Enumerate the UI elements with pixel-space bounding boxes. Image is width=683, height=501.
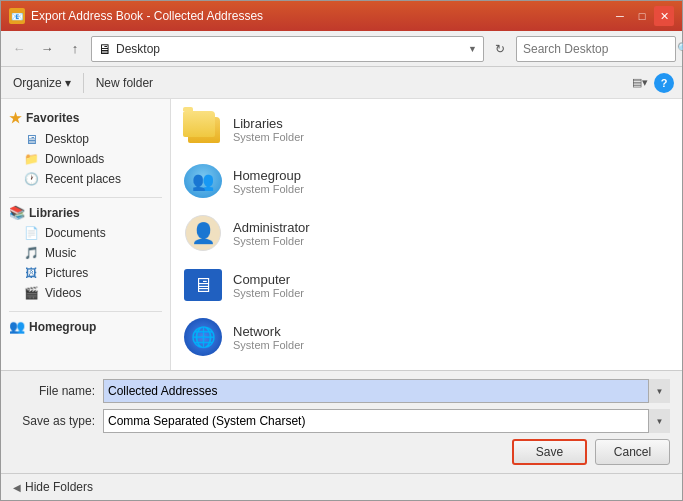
save-button[interactable]: Save [512, 439, 587, 465]
close-button[interactable]: ✕ [654, 6, 674, 26]
address-bar[interactable]: 🖥 ▼ [91, 36, 484, 62]
hide-folders-bar: ◀ Hide Folders [1, 473, 682, 500]
sidebar-item-documents[interactable]: 📄 Documents [1, 223, 170, 243]
app-icon: 📧 [9, 8, 25, 24]
hide-folders-button[interactable]: ◀ Hide Folders [9, 478, 97, 496]
maximize-button[interactable]: □ [632, 6, 652, 26]
search-icon[interactable]: 🔍 [677, 42, 683, 55]
downloads-icon: 📁 [23, 151, 39, 167]
sidebar-pictures-label: Pictures [45, 266, 88, 280]
administrator-name: Administrator [233, 220, 310, 235]
window-controls: ─ □ ✕ [610, 6, 674, 26]
network-name: Network [233, 324, 304, 339]
file-item-computer[interactable]: 🖥 Computer System Folder [171, 259, 682, 311]
homegroup-header[interactable]: 👥 Homegroup [1, 316, 170, 337]
save-type-label: Save as type: [13, 414, 103, 428]
sidebar-desktop-label: Desktop [45, 132, 89, 146]
window-title: Export Address Book - Collected Addresse… [31, 9, 263, 23]
hide-folders-chevron: ◀ [13, 482, 21, 493]
sidebar-item-downloads[interactable]: 📁 Downloads [1, 149, 170, 169]
view-buttons: ▤ ▾ ? [628, 71, 674, 95]
search-box: 🔍 [516, 36, 676, 62]
sidebar-separator [9, 197, 162, 198]
file-name-dropdown-arrow[interactable]: ▼ [648, 379, 670, 403]
title-bar: 📧 Export Address Book - Collected Addres… [1, 1, 682, 31]
forward-button[interactable]: → [35, 37, 59, 61]
save-type-row: Save as type: Comma Separated (System Ch… [13, 409, 670, 433]
bottom-section: File name: ▼ Save as type: Comma Separat… [1, 370, 682, 473]
libraries-file-icon [183, 109, 223, 149]
computer-info: Computer System Folder [233, 272, 304, 299]
nav-bar: ← → ↑ 🖥 ▼ ↻ 🔍 [1, 31, 682, 67]
computer-name: Computer [233, 272, 304, 287]
cancel-button[interactable]: Cancel [595, 439, 670, 465]
sidebar-videos-label: Videos [45, 286, 81, 300]
administrator-file-icon: 👤 [183, 213, 223, 253]
favorites-header[interactable]: ★ Favorites [1, 107, 170, 129]
new-folder-label: New folder [96, 76, 153, 90]
up-button[interactable]: ↑ [63, 37, 87, 61]
music-icon: 🎵 [23, 245, 39, 261]
homegroup-label: Homegroup [29, 320, 96, 334]
desktop-icon: 🖥 [23, 131, 39, 147]
network-file-icon: 🌐 [183, 317, 223, 357]
sidebar-downloads-label: Downloads [45, 152, 104, 166]
organize-label: Organize [13, 76, 62, 90]
pictures-icon: 🖼 [23, 265, 39, 281]
sidebar-item-pictures[interactable]: 🖼 Pictures [1, 263, 170, 283]
view-arrow: ▾ [642, 76, 648, 89]
refresh-button[interactable]: ↻ [488, 37, 512, 61]
new-folder-button[interactable]: New folder [92, 71, 157, 95]
homegroup-name: Homegroup [233, 168, 304, 183]
file-name-label: File name: [13, 384, 103, 398]
libraries-type: System Folder [233, 131, 304, 143]
sidebar-separator-2 [9, 311, 162, 312]
libraries-name: Libraries [233, 116, 304, 131]
sidebar-recent-label: Recent places [45, 172, 121, 186]
save-type-select[interactable]: Comma Separated (System Charset) Tab Sep… [103, 409, 670, 433]
sidebar-item-videos[interactable]: 🎬 Videos [1, 283, 170, 303]
address-dropdown-arrow[interactable]: ▼ [468, 44, 477, 54]
file-name-input[interactable] [103, 379, 670, 403]
file-name-input-wrapper: ▼ [103, 379, 670, 403]
favorites-section: ★ Favorites 🖥 Desktop 📁 Downloads [1, 107, 170, 189]
separator [83, 73, 84, 93]
homegroup-info: Homegroup System Folder [233, 168, 304, 195]
search-input[interactable] [523, 42, 673, 56]
address-icon: 🖥 [98, 41, 112, 57]
minimize-button[interactable]: ─ [610, 6, 630, 26]
sidebar-item-desktop[interactable]: 🖥 Desktop [1, 129, 170, 149]
computer-type: System Folder [233, 287, 304, 299]
favorites-label: Favorites [26, 111, 79, 125]
button-row: Save Cancel [13, 439, 670, 465]
homegroup-file-icon: 👥 [183, 161, 223, 201]
main-content: ★ Favorites 🖥 Desktop 📁 Downloads [1, 99, 682, 370]
view-mode-button[interactable]: ▤ ▾ [628, 71, 652, 95]
libraries-section: 📚 Libraries 📄 Documents 🎵 Music [1, 202, 170, 303]
save-type-select-wrapper: Comma Separated (System Charset) Tab Sep… [103, 409, 670, 433]
sidebar-item-recent-places[interactable]: 🕐 Recent places [1, 169, 170, 189]
computer-file-icon: 🖥 [183, 265, 223, 305]
recent-places-icon: 🕐 [23, 171, 39, 187]
favorites-star-icon: ★ [9, 110, 22, 126]
sidebar-item-music[interactable]: 🎵 Music [1, 243, 170, 263]
libraries-info: Libraries System Folder [233, 116, 304, 143]
file-item-administrator[interactable]: 👤 Administrator System Folder [171, 207, 682, 259]
help-button[interactable]: ? [654, 73, 674, 93]
address-input[interactable] [116, 42, 464, 56]
network-type: System Folder [233, 339, 304, 351]
sidebar: ★ Favorites 🖥 Desktop 📁 Downloads [1, 99, 171, 370]
network-info: Network System Folder [233, 324, 304, 351]
back-button[interactable]: ← [7, 37, 31, 61]
file-item-libraries[interactable]: Libraries System Folder [171, 103, 682, 155]
organize-button[interactable]: Organize ▾ [9, 71, 75, 95]
sidebar-music-label: Music [45, 246, 76, 260]
file-item-homegroup[interactable]: 👥 Homegroup System Folder [171, 155, 682, 207]
homegroup-type: System Folder [233, 183, 304, 195]
sidebar-documents-label: Documents [45, 226, 106, 240]
hide-folders-label: Hide Folders [25, 480, 93, 494]
homegroup-section: 👥 Homegroup [1, 316, 170, 337]
file-item-network[interactable]: 🌐 Network System Folder [171, 311, 682, 363]
administrator-info: Administrator System Folder [233, 220, 310, 247]
libraries-header[interactable]: 📚 Libraries [1, 202, 170, 223]
